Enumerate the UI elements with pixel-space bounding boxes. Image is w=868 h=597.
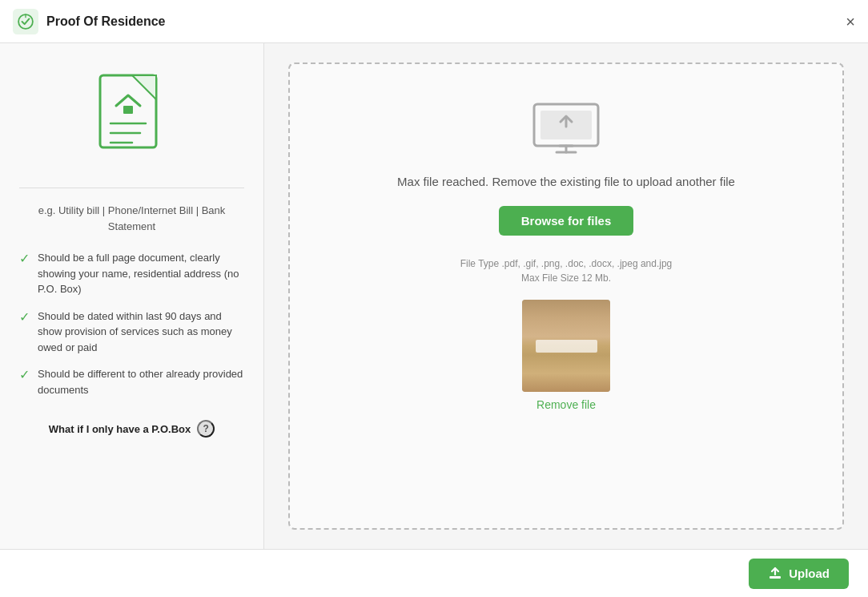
file-type-info: File Type .pdf, .gif, .png, .doc, .docx,… [460, 258, 673, 269]
browse-files-button[interactable]: Browse for files [499, 206, 634, 236]
upload-button[interactable]: Upload [749, 559, 849, 589]
file-size-info: Max File Size 12 Mb. [521, 272, 611, 284]
sidebar-subtitle: e.g. Utility bill | Phone/Internet Bill … [19, 203, 244, 234]
logo-icon [13, 9, 38, 34]
upload-monitor-icon [526, 88, 606, 160]
checklist-item-1: ✓ Should be a full page document, clearl… [19, 250, 244, 297]
check-icon-3: ✓ [19, 367, 30, 382]
sidebar: e.g. Utility bill | Phone/Internet Bill … [0, 43, 264, 549]
checklist-item-2: ✓ Should be dated within last 90 days an… [19, 309, 244, 356]
top-bar-left: Proof Of Residence [13, 9, 165, 34]
checklist-text-2: Should be dated within last 90 days and … [38, 309, 244, 356]
thumbnail-stripe [536, 340, 597, 353]
check-icon-1: ✓ [19, 251, 30, 266]
page-title: Proof Of Residence [46, 14, 165, 29]
checklist-item-3: ✓ Should be different to other already p… [19, 366, 244, 397]
upload-arrow-icon [768, 567, 782, 581]
uploaded-thumbnail [522, 300, 610, 392]
svg-rect-3 [123, 106, 133, 114]
remove-file-button[interactable]: Remove file [536, 398, 596, 411]
po-box-label: What if I only have a P.O.Box [49, 423, 191, 435]
main-content: e.g. Utility bill | Phone/Internet Bill … [0, 43, 868, 549]
close-button[interactable]: × [846, 14, 855, 30]
upload-zone: Max file reached. Remove the existing fi… [288, 63, 844, 530]
document-icon [88, 67, 176, 171]
po-box-row: What if I only have a P.O.Box ? [49, 420, 215, 438]
checklist-text-1: Should be a full page document, clearly … [38, 250, 244, 297]
help-button[interactable]: ? [197, 420, 215, 438]
checklist: ✓ Should be a full page document, clearl… [19, 250, 244, 397]
svg-rect-9 [770, 576, 781, 579]
thumbnail-image [522, 300, 610, 392]
upload-button-label: Upload [789, 567, 830, 580]
top-bar: Proof Of Residence × [0, 0, 868, 43]
check-icon-2: ✓ [19, 309, 30, 325]
bottom-bar: Upload [0, 549, 868, 597]
svg-rect-0 [13, 9, 38, 34]
max-file-message: Max file reached. Remove the existing fi… [397, 175, 735, 188]
uploaded-file-container: Remove file [522, 300, 610, 411]
checklist-text-3: Should be different to other already pro… [38, 366, 244, 397]
sidebar-divider [19, 188, 244, 188]
right-panel: Max file reached. Remove the existing fi… [264, 43, 868, 549]
